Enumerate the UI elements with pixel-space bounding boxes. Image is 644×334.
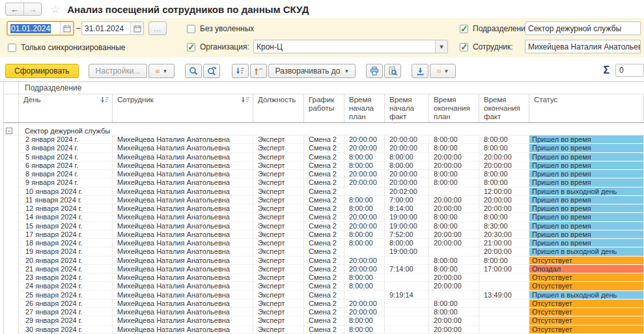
table-row[interactable]: 6 января 2024 г.Михейцева Наталия Анатол… xyxy=(4,161,644,170)
cell-employee[interactable]: Михейцева Наталия Анатольевна xyxy=(113,144,253,152)
table-row[interactable]: 11 января 2024 г.Михейцева Наталия Анато… xyxy=(4,196,644,204)
table-row[interactable]: 10 января 2024 г.Михейцева Наталия Анато… xyxy=(4,188,644,196)
cell-status[interactable]: Отсутствует xyxy=(529,299,644,308)
cell-day[interactable]: 12 января 2024 г. xyxy=(19,204,113,213)
cell-fact-start[interactable] xyxy=(385,308,429,316)
cell-day[interactable]: 15 января 2024 г. xyxy=(19,222,113,230)
settings-button[interactable]: Настройки... xyxy=(89,64,148,78)
cell-fact-end[interactable]: 8:00:00 xyxy=(479,144,529,152)
cell-position[interactable]: Эксперт xyxy=(253,153,304,161)
cell-schedule[interactable]: Смена 2 xyxy=(304,239,344,247)
cell-fact-start[interactable] xyxy=(385,257,429,265)
autosum-field[interactable]: 0 xyxy=(615,64,644,77)
cell-plan-start[interactable]: 8:00:00 xyxy=(344,196,385,204)
cell-schedule[interactable]: Смена 2 xyxy=(304,170,344,178)
cell-status[interactable]: Пришел во время xyxy=(529,239,644,247)
cell-plan-start[interactable]: 20:00:00 xyxy=(344,265,385,273)
cell-day[interactable]: 29 января 2024 г. xyxy=(19,316,113,325)
cell-position[interactable]: Эксперт xyxy=(253,230,304,239)
department-field[interactable]: Сектор дежурной службы xyxy=(525,21,641,35)
table-row[interactable]: 5 января 2024 г.Михейцева Наталия Анатол… xyxy=(4,153,644,161)
cell-status[interactable]: Пришел во время xyxy=(529,161,644,170)
cell-plan-start[interactable]: 8:00:00 xyxy=(344,282,385,290)
cell-employee[interactable]: Михейцева Наталия Анатольевна xyxy=(113,204,253,213)
cell-plan-end[interactable]: 8:00:00 xyxy=(429,135,479,144)
cell-plan-end[interactable]: 20:00:00 xyxy=(429,316,479,325)
cell-status[interactable]: Пришел во время xyxy=(529,153,644,161)
cell-employee[interactable]: Михейцева Наталия Анатольевна xyxy=(113,239,253,247)
cell-position[interactable]: Эксперт xyxy=(253,239,304,247)
table-row[interactable]: 14 января 2024 г.Михейцева Наталия Анато… xyxy=(4,213,644,221)
forward-button[interactable]: → xyxy=(23,3,41,15)
cell-day[interactable]: 20 января 2024 г. xyxy=(19,257,113,265)
report-variants-button[interactable]: ▼ xyxy=(148,64,175,78)
table-row[interactable]: 3 января 2024 г.Михейцева Наталия Анатол… xyxy=(4,144,644,152)
table-row[interactable]: 23 января 2024 г.Михейцева Наталия Анато… xyxy=(4,273,644,282)
calendar-icon[interactable] xyxy=(130,22,143,35)
cell-fact-start[interactable] xyxy=(385,316,429,325)
cell-plan-start[interactable] xyxy=(344,188,385,196)
print-preview-button[interactable] xyxy=(384,64,401,78)
cell-position[interactable]: Эксперт xyxy=(253,257,304,265)
cell-position[interactable]: Эксперт xyxy=(253,213,304,221)
cell-plan-start[interactable]: 20:00:00 xyxy=(344,299,385,308)
column-header-position[interactable]: Должность xyxy=(253,94,304,122)
cell-status[interactable]: Пришел в выходной день xyxy=(529,188,644,196)
cell-status[interactable]: Пришел в выходной день xyxy=(529,291,644,299)
cell-employee[interactable]: Михейцева Наталия Анатольевна xyxy=(113,153,253,161)
cell-employee[interactable]: Михейцева Наталия Анатольевна xyxy=(113,161,253,170)
cell-employee[interactable]: Михейцева Наталия Анатольевна xyxy=(113,222,253,230)
table-row[interactable]: 25 января 2024 г.Михейцева Наталия Анато… xyxy=(4,291,644,299)
cell-fact-start[interactable]: 20:00:00 xyxy=(385,178,429,187)
cell-fact-start[interactable]: 9:19:14 xyxy=(385,291,429,299)
cell-plan-end[interactable]: 8:00:00 xyxy=(429,178,479,187)
cell-plan-start[interactable]: 20:00:00 xyxy=(344,222,385,230)
cell-fact-start[interactable] xyxy=(385,326,429,334)
date-to-field[interactable]: 31.01.2024 xyxy=(81,21,144,35)
cell-plan-start[interactable]: 20:00:00 xyxy=(344,135,385,144)
cell-plan-start[interactable]: 8:00:00 xyxy=(344,153,385,161)
cell-schedule[interactable]: Смена 2 xyxy=(304,153,344,161)
cell-fact-end[interactable] xyxy=(479,326,529,334)
cell-fact-start[interactable] xyxy=(385,282,429,290)
cell-fact-end[interactable]: 8:00:00 xyxy=(479,213,529,221)
cell-plan-end[interactable]: 20:00:00 xyxy=(429,196,479,204)
organization-checkbox[interactable] xyxy=(187,43,195,51)
table-row[interactable]: 19 января 2024 г.Михейцева Наталия Анато… xyxy=(4,247,644,256)
cell-position[interactable]: Эксперт xyxy=(253,196,304,204)
save-button[interactable] xyxy=(412,64,428,78)
cell-employee[interactable]: Михейцева Наталия Анатольевна xyxy=(113,170,253,178)
cell-status[interactable]: Пришел во время xyxy=(529,213,644,221)
table-row[interactable]: 9 января 2024 г.Михейцева Наталия Анатол… xyxy=(4,178,644,187)
cell-fact-start[interactable]: 19:00:00 xyxy=(385,213,429,221)
cell-status[interactable]: Отсутствует xyxy=(529,257,644,265)
cell-fact-end[interactable]: 12:00:00 xyxy=(479,188,529,196)
only-synchronized-checkbox[interactable] xyxy=(8,44,16,52)
cell-employee[interactable]: Михейцева Наталия Анатольевна xyxy=(113,257,253,265)
cell-plan-end[interactable]: 20:00:00 xyxy=(429,204,479,213)
favorite-star-icon[interactable]: ☆ xyxy=(50,4,60,15)
cell-schedule[interactable]: Смена 2 xyxy=(304,299,344,308)
cell-fact-start[interactable]: 20:00:00 xyxy=(385,135,429,144)
cell-schedule[interactable]: Смена 2 xyxy=(304,247,344,256)
cell-position[interactable]: Эксперт xyxy=(253,299,304,308)
cell-schedule[interactable]: Смена 2 xyxy=(304,257,344,265)
cell-status[interactable]: Пришел в выходной день xyxy=(529,247,644,256)
cell-plan-start[interactable]: 20:00:00 xyxy=(344,170,385,178)
cell-schedule[interactable]: Смена 2 xyxy=(304,204,344,213)
cell-fact-end[interactable]: 20:00:00 xyxy=(479,161,529,170)
cell-fact-start[interactable] xyxy=(385,273,429,282)
cell-status[interactable]: Пришел во время xyxy=(529,178,644,187)
cell-plan-end[interactable]: 8:00:00 xyxy=(429,257,479,265)
cell-fact-start[interactable]: 8:00:00 xyxy=(385,153,429,161)
cell-employee[interactable]: Михейцева Наталия Анатольевна xyxy=(113,188,253,196)
cell-schedule[interactable]: Смена 2 xyxy=(304,316,344,325)
cell-day[interactable]: 14 января 2024 г. xyxy=(19,213,113,221)
table-row[interactable]: 27 января 2024 г.Михейцева Наталия Анато… xyxy=(4,308,644,316)
organization-checkbox-row[interactable]: Организация: xyxy=(187,42,249,51)
cell-status[interactable]: Отсутствует xyxy=(529,282,644,290)
cell-day[interactable]: 5 января 2024 г. xyxy=(19,153,113,161)
collapse-groups-button[interactable] xyxy=(232,64,249,78)
cell-day[interactable]: 19 января 2024 г. xyxy=(19,247,113,256)
cell-schedule[interactable]: Смена 2 xyxy=(304,291,344,299)
